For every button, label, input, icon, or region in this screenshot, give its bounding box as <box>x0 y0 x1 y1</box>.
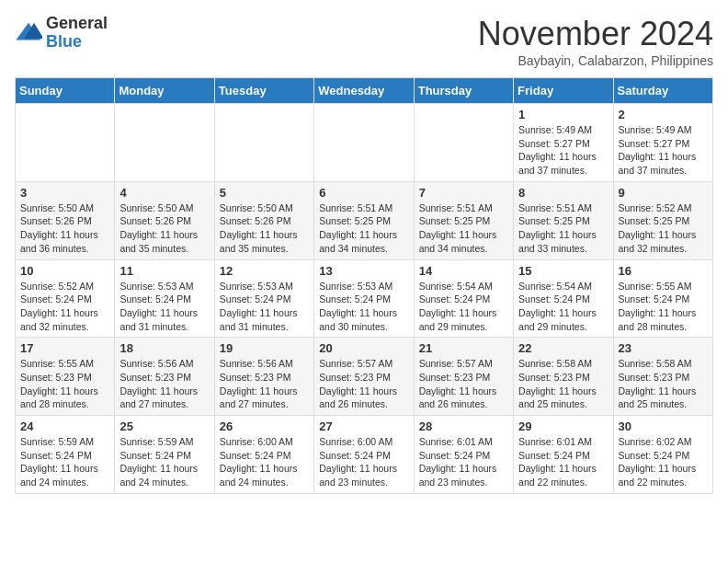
day-info: Sunrise: 6:02 AM Sunset: 5:24 PM Dayligh… <box>619 435 708 489</box>
calendar-cell: 30Sunrise: 6:02 AM Sunset: 5:24 PM Dayli… <box>613 416 712 494</box>
day-info: Sunrise: 5:54 AM Sunset: 5:24 PM Dayligh… <box>518 280 608 334</box>
calendar-cell: 26Sunrise: 6:00 AM Sunset: 5:24 PM Dayli… <box>214 416 313 494</box>
day-number: 5 <box>220 186 309 200</box>
calendar-cell <box>314 104 414 182</box>
location: Baybayin, Calabarzon, Philippines <box>478 53 713 68</box>
calendar-cell: 11Sunrise: 5:53 AM Sunset: 5:24 PM Dayli… <box>115 259 214 338</box>
weekday-header-monday: Monday <box>115 78 214 104</box>
calendar-cell: 17Sunrise: 5:55 AM Sunset: 5:23 PM Dayli… <box>16 338 115 416</box>
calendar-cell: 25Sunrise: 5:59 AM Sunset: 5:24 PM Dayli… <box>115 416 214 494</box>
calendar-table: SundayMondayTuesdayWednesdayThursdayFrid… <box>15 77 713 494</box>
day-number: 12 <box>220 264 309 278</box>
calendar-cell: 1Sunrise: 5:49 AM Sunset: 5:27 PM Daylig… <box>514 104 613 182</box>
calendar-cell: 4Sunrise: 5:50 AM Sunset: 5:26 PM Daylig… <box>115 181 214 259</box>
day-info: Sunrise: 5:52 AM Sunset: 5:24 PM Dayligh… <box>20 280 109 334</box>
day-number: 14 <box>419 264 508 278</box>
month-title: November 2024 <box>478 15 713 53</box>
day-info: Sunrise: 5:56 AM Sunset: 5:23 PM Dayligh… <box>119 357 209 411</box>
day-info: Sunrise: 5:52 AM Sunset: 5:25 PM Dayligh… <box>619 201 708 256</box>
logo-blue: Blue <box>46 33 108 52</box>
day-number: 24 <box>20 419 109 433</box>
calendar-cell: 22Sunrise: 5:58 AM Sunset: 5:23 PM Dayli… <box>514 338 613 416</box>
calendar-cell: 27Sunrise: 6:00 AM Sunset: 5:24 PM Dayli… <box>314 416 414 494</box>
calendar-cell: 20Sunrise: 5:57 AM Sunset: 5:23 PM Dayli… <box>314 338 414 416</box>
day-info: Sunrise: 6:01 AM Sunset: 5:24 PM Dayligh… <box>419 435 508 489</box>
calendar-cell: 24Sunrise: 5:59 AM Sunset: 5:24 PM Dayli… <box>16 416 115 494</box>
logo-general: General <box>46 15 108 33</box>
weekday-header-wednesday: Wednesday <box>314 78 414 104</box>
logo-text: General Blue <box>46 15 108 52</box>
day-info: Sunrise: 5:49 AM Sunset: 5:27 PM Dayligh… <box>518 123 608 178</box>
day-number: 16 <box>619 264 708 278</box>
calendar-cell: 13Sunrise: 5:53 AM Sunset: 5:24 PM Dayli… <box>314 259 414 338</box>
weekday-header-sunday: Sunday <box>16 78 115 104</box>
day-number: 25 <box>119 419 209 433</box>
calendar-week-0: 1Sunrise: 5:49 AM Sunset: 5:27 PM Daylig… <box>16 104 713 182</box>
day-info: Sunrise: 5:58 AM Sunset: 5:23 PM Dayligh… <box>619 357 708 411</box>
weekday-header-friday: Friday <box>514 78 613 104</box>
calendar-cell: 18Sunrise: 5:56 AM Sunset: 5:23 PM Dayli… <box>115 338 214 416</box>
day-info: Sunrise: 6:00 AM Sunset: 5:24 PM Dayligh… <box>319 435 408 489</box>
day-number: 13 <box>319 264 408 278</box>
day-info: Sunrise: 5:55 AM Sunset: 5:23 PM Dayligh… <box>20 357 109 411</box>
day-number: 22 <box>518 341 608 355</box>
calendar-cell: 15Sunrise: 5:54 AM Sunset: 5:24 PM Dayli… <box>514 259 613 338</box>
calendar-cell: 6Sunrise: 5:51 AM Sunset: 5:25 PM Daylig… <box>314 181 414 259</box>
calendar-body: 1Sunrise: 5:49 AM Sunset: 5:27 PM Daylig… <box>16 104 713 494</box>
logo-icon <box>15 19 42 47</box>
calendar-cell <box>214 104 313 182</box>
day-number: 9 <box>619 186 708 200</box>
calendar-cell <box>115 104 214 182</box>
day-info: Sunrise: 5:51 AM Sunset: 5:25 PM Dayligh… <box>518 201 608 256</box>
day-info: Sunrise: 5:57 AM Sunset: 5:23 PM Dayligh… <box>419 357 508 411</box>
day-number: 29 <box>518 419 608 433</box>
calendar-week-4: 24Sunrise: 5:59 AM Sunset: 5:24 PM Dayli… <box>16 416 713 494</box>
day-info: Sunrise: 6:01 AM Sunset: 5:24 PM Dayligh… <box>518 435 608 489</box>
day-number: 11 <box>119 264 209 278</box>
day-info: Sunrise: 5:53 AM Sunset: 5:24 PM Dayligh… <box>319 280 408 334</box>
day-number: 15 <box>518 264 608 278</box>
calendar-cell <box>16 104 115 182</box>
calendar-cell: 23Sunrise: 5:58 AM Sunset: 5:23 PM Dayli… <box>613 338 712 416</box>
day-number: 4 <box>119 186 209 200</box>
calendar-cell: 8Sunrise: 5:51 AM Sunset: 5:25 PM Daylig… <box>514 181 613 259</box>
day-info: Sunrise: 5:50 AM Sunset: 5:26 PM Dayligh… <box>220 201 309 256</box>
day-info: Sunrise: 5:50 AM Sunset: 5:26 PM Dayligh… <box>20 201 109 256</box>
day-info: Sunrise: 5:51 AM Sunset: 5:25 PM Dayligh… <box>419 201 508 256</box>
day-info: Sunrise: 5:56 AM Sunset: 5:23 PM Dayligh… <box>220 357 309 411</box>
day-number: 2 <box>619 108 708 121</box>
calendar-cell: 14Sunrise: 5:54 AM Sunset: 5:24 PM Dayli… <box>414 259 513 338</box>
title-block: November 2024 Baybayin, Calabarzon, Phil… <box>478 15 713 68</box>
day-info: Sunrise: 5:49 AM Sunset: 5:27 PM Dayligh… <box>619 123 708 178</box>
day-number: 10 <box>20 264 109 278</box>
day-info: Sunrise: 5:58 AM Sunset: 5:23 PM Dayligh… <box>518 357 608 411</box>
weekday-header-saturday: Saturday <box>613 78 712 104</box>
day-number: 21 <box>419 341 508 355</box>
day-number: 1 <box>518 108 608 121</box>
day-info: Sunrise: 5:57 AM Sunset: 5:23 PM Dayligh… <box>319 357 408 411</box>
calendar-cell: 29Sunrise: 6:01 AM Sunset: 5:24 PM Dayli… <box>514 416 613 494</box>
calendar-week-2: 10Sunrise: 5:52 AM Sunset: 5:24 PM Dayli… <box>16 259 713 338</box>
logo: General Blue <box>15 15 108 52</box>
calendar-cell: 19Sunrise: 5:56 AM Sunset: 5:23 PM Dayli… <box>214 338 313 416</box>
weekday-header-tuesday: Tuesday <box>214 78 313 104</box>
calendar-cell: 3Sunrise: 5:50 AM Sunset: 5:26 PM Daylig… <box>16 181 115 259</box>
weekday-header-thursday: Thursday <box>414 78 513 104</box>
calendar-cell: 9Sunrise: 5:52 AM Sunset: 5:25 PM Daylig… <box>613 181 712 259</box>
day-number: 18 <box>119 341 209 355</box>
calendar-cell: 7Sunrise: 5:51 AM Sunset: 5:25 PM Daylig… <box>414 181 513 259</box>
day-number: 6 <box>319 186 408 200</box>
day-info: Sunrise: 5:54 AM Sunset: 5:24 PM Dayligh… <box>419 280 508 334</box>
day-info: Sunrise: 5:53 AM Sunset: 5:24 PM Dayligh… <box>119 280 209 334</box>
day-info: Sunrise: 5:50 AM Sunset: 5:26 PM Dayligh… <box>119 201 209 256</box>
calendar-week-1: 3Sunrise: 5:50 AM Sunset: 5:26 PM Daylig… <box>16 181 713 259</box>
day-number: 30 <box>619 419 708 433</box>
day-info: Sunrise: 5:51 AM Sunset: 5:25 PM Dayligh… <box>319 201 408 256</box>
day-info: Sunrise: 5:53 AM Sunset: 5:24 PM Dayligh… <box>220 280 309 334</box>
calendar-cell: 28Sunrise: 6:01 AM Sunset: 5:24 PM Dayli… <box>414 416 513 494</box>
day-number: 20 <box>319 341 408 355</box>
day-number: 28 <box>419 419 508 433</box>
day-number: 7 <box>419 186 508 200</box>
day-number: 8 <box>518 186 608 200</box>
weekday-row: SundayMondayTuesdayWednesdayThursdayFrid… <box>16 78 713 104</box>
